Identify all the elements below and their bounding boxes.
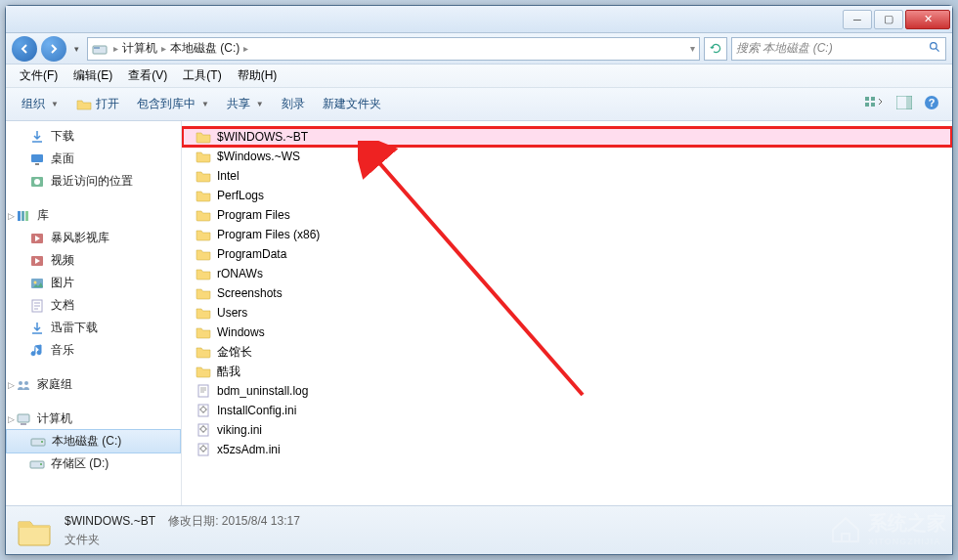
file-name: Windows (217, 325, 265, 339)
file-item[interactable]: x5zsAdm.ini (182, 440, 952, 459)
search-placeholder: 搜索 本地磁盘 (C:) (736, 40, 833, 57)
burn-button[interactable]: 刻录 (274, 93, 313, 115)
sidebar-label: 桌面 (51, 151, 74, 167)
view-mode-button[interactable] (860, 93, 890, 115)
breadcrumb-segment[interactable]: 本地磁盘 (C:) (168, 40, 241, 57)
menu-help[interactable]: 帮助(H) (230, 65, 285, 86)
selected-filename: $WINDOWS.~BT (65, 514, 155, 528)
file-item[interactable]: ProgramData (182, 244, 952, 264)
drive-icon (92, 41, 108, 57)
arrow-right-icon (48, 43, 60, 55)
sidebar-item[interactable]: 暴风影视库 (6, 227, 181, 249)
sidebar-group-library[interactable]: ▷库 (6, 204, 181, 227)
sidebar-label: 最近访问的位置 (51, 173, 133, 190)
video-icon (29, 253, 45, 269)
expand-icon[interactable]: ▷ (8, 414, 15, 424)
file-name: Screenshots (217, 286, 283, 300)
expand-icon[interactable]: ▷ (8, 380, 15, 390)
file-item[interactable]: Program Files (182, 205, 952, 225)
file-item[interactable]: 酷我 (182, 362, 952, 381)
address-dropdown-icon[interactable]: ▾ (690, 43, 695, 54)
file-item[interactable]: bdm_uninstall.log (182, 381, 952, 401)
menu-edit[interactable]: 编辑(E) (65, 65, 120, 86)
svg-point-24 (24, 381, 28, 385)
breadcrumb-arrow-icon: ▸ (111, 43, 120, 54)
menu-file[interactable]: 文件(F) (12, 65, 65, 86)
file-name: Intel (217, 169, 240, 183)
sidebar-item[interactable]: 迅雷下载 (6, 317, 181, 339)
file-ini-icon (196, 422, 211, 438)
command-bar: 组织▼ 打开 包含到库中▼ 共享▼ 刻录 新建文件夹 ? (6, 88, 952, 121)
sidebar-item[interactable]: 存储区 (D:) (6, 452, 181, 475)
chevron-down-icon: ▼ (256, 100, 264, 108)
file-list[interactable]: $WINDOWS.~BT$Windows.~WSIntelPerfLogsPro… (182, 121, 952, 505)
file-item[interactable]: $Windows.~WS (182, 147, 952, 166)
forward-button[interactable] (41, 36, 66, 62)
share-button[interactable]: 共享▼ (219, 93, 272, 115)
back-button[interactable] (12, 36, 37, 62)
svg-rect-11 (31, 154, 43, 162)
minimize-button[interactable]: ─ (843, 10, 872, 29)
file-item[interactable]: rONAWs (182, 264, 952, 283)
search-icon (929, 41, 941, 57)
sidebar-group-computer[interactable]: ▷计算机 (6, 408, 181, 430)
sidebar-item[interactable]: 图片 (6, 272, 181, 294)
file-item[interactable]: $WINDOWS.~BT (182, 127, 952, 147)
sidebar-item[interactable]: 音乐 (6, 339, 181, 362)
file-item[interactable]: Intel (182, 166, 952, 186)
file-item[interactable]: 金馆长 (182, 342, 952, 362)
folder-icon (196, 227, 211, 242)
search-box[interactable]: 搜索 本地磁盘 (C:) (731, 37, 946, 61)
sidebar-label: 计算机 (37, 410, 72, 427)
history-dropdown[interactable]: ▾ (70, 44, 83, 54)
svg-point-21 (34, 280, 37, 283)
sidebar-item[interactable]: 下载 (6, 125, 181, 148)
file-item[interactable]: PerfLogs (182, 186, 952, 205)
organize-button[interactable]: 组织▼ (14, 93, 66, 115)
sidebar-label: 文档 (51, 297, 74, 314)
refresh-button[interactable] (704, 37, 727, 61)
preview-pane-button[interactable] (892, 93, 917, 115)
sidebar-group-homegroup[interactable]: ▷家庭组 (6, 373, 181, 396)
file-name: 酷我 (217, 364, 240, 380)
sidebar-item[interactable]: 文档 (6, 294, 181, 317)
folder-icon (196, 364, 211, 379)
file-item[interactable]: InstallConfig.ini (182, 401, 952, 420)
help-button[interactable]: ? (919, 92, 944, 116)
sidebar-item[interactable]: 本地磁盘 (C:) (6, 429, 181, 453)
help-icon: ? (924, 95, 939, 110)
navigation-pane[interactable]: 下载桌面最近访问的位置▷库暴风影视库视频图片文档迅雷下载音乐▷家庭组▷计算机本地… (6, 121, 182, 505)
svg-rect-17 (25, 211, 28, 221)
explorer-window: ─ ▢ ✕ ▾ ▸ 计算机 ▸ 本地磁盘 (C:) ▸ ▾ 搜索 本地磁盘 (C… (5, 5, 953, 555)
menu-view[interactable]: 查看(V) (120, 65, 175, 86)
sidebar-item[interactable]: 桌面 (6, 148, 181, 170)
sidebar-item[interactable]: 视频 (6, 249, 181, 272)
close-button[interactable]: ✕ (905, 10, 950, 29)
folder-open-icon (76, 97, 92, 112)
file-item[interactable]: viking.ini (182, 420, 952, 440)
folder-icon (196, 168, 211, 184)
breadcrumb-segment[interactable]: 计算机 (120, 40, 159, 57)
svg-rect-5 (865, 103, 869, 107)
svg-point-23 (19, 381, 22, 385)
file-item[interactable]: Windows (182, 323, 952, 342)
expand-icon[interactable]: ▷ (8, 211, 15, 221)
download-icon (29, 321, 45, 336)
file-item[interactable]: Screenshots (182, 283, 952, 303)
new-folder-button[interactable]: 新建文件夹 (315, 93, 389, 115)
file-item[interactable]: Program Files (x86) (182, 225, 952, 244)
file-name: ProgramData (217, 247, 286, 261)
chevron-down-icon: ▼ (51, 100, 59, 108)
maximize-button[interactable]: ▢ (874, 10, 903, 29)
menu-tools[interactable]: 工具(T) (175, 65, 229, 86)
open-button[interactable]: 打开 (68, 93, 127, 115)
sidebar-item[interactable]: 最近访问的位置 (6, 170, 181, 193)
file-name: x5zsAdm.ini (217, 443, 281, 456)
folder-icon (196, 344, 211, 360)
file-item[interactable]: Users (182, 303, 952, 323)
file-name: PerfLogs (217, 189, 264, 202)
address-bar[interactable]: ▸ 计算机 ▸ 本地磁盘 (C:) ▸ ▾ (87, 37, 700, 61)
include-library-button[interactable]: 包含到库中▼ (129, 93, 217, 115)
music-icon (29, 343, 45, 359)
desktop-icon (29, 151, 45, 167)
